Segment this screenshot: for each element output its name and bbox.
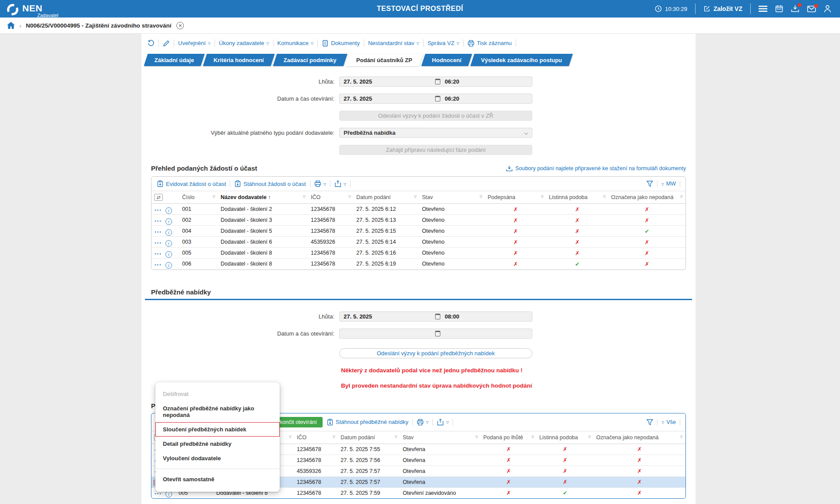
calendar-button[interactable] — [775, 5, 783, 13]
history-button[interactable] — [148, 40, 155, 47]
tab-vysledek-zadavaciho-postupu[interactable]: Výsledek zadávacího postupu — [470, 54, 573, 66]
opening-datetime-field[interactable]: 27. 5. 2025 06:20 — [339, 94, 532, 104]
column-filter-icon[interactable]: ▽ — [680, 195, 683, 199]
row-actions-icon[interactable]: ●●● — [154, 241, 162, 245]
column-header[interactable]: Číslo▽ — [179, 191, 218, 204]
column-header[interactable]: Podaná po lhůtě▽ — [481, 431, 537, 444]
row-actions-icon[interactable]: ●●● — [154, 252, 162, 256]
user-profile-button[interactable] — [824, 5, 831, 13]
column-header[interactable]: Podepsána▽ — [485, 191, 546, 204]
register-request-button[interactable]: Evidovat žádost o účast — [157, 180, 226, 187]
submission-type-select[interactable]: Předběžná nabídka — [339, 128, 532, 138]
messages-button[interactable] — [807, 6, 816, 12]
menu-dokumenty[interactable]: Dokumenty — [322, 40, 360, 47]
filter-button[interactable] — [647, 419, 653, 425]
column-filter-icon[interactable]: ▽ — [213, 195, 215, 199]
menu-nestandardni-stav[interactable]: Nestandardní stav▽ — [368, 40, 419, 46]
context-menu-item[interactable]: Vyloučení dodavatele — [155, 451, 280, 466]
row-actions-icon[interactable]: ●●● — [154, 230, 162, 234]
column-header[interactable]: Listinná podoba▽ — [546, 191, 608, 204]
column-filter-icon[interactable]: ▽ — [588, 435, 591, 439]
column-header[interactable]: Označena jako nepodaná▽ — [594, 431, 685, 444]
table-row[interactable]: ●●●i004Dodavatel - školení 51234567827. … — [151, 226, 685, 237]
column-header[interactable]: Datum podání▽ — [338, 431, 400, 444]
menu-uverejneni[interactable]: Uveřejnění▽ — [178, 40, 211, 46]
column-header[interactable]: IČO▽ — [294, 431, 338, 444]
column-filter-icon[interactable]: ▽ — [414, 195, 417, 199]
start-next-phase-button[interactable]: Zahájit přípravu následující fáze podání — [339, 145, 532, 155]
column-filter-icon[interactable]: ▽ — [531, 435, 534, 439]
home-icon[interactable] — [7, 22, 15, 29]
table-row[interactable]: ●●●i005Dodavatel - školení 81234567827. … — [151, 248, 685, 259]
create-vz-button[interactable]: Založit VZ — [703, 5, 742, 12]
send-invite-request-button[interactable]: Odeslání výzvy k podání žádosti o účast … — [339, 111, 532, 121]
column-header[interactable]: Listinná podoba▽ — [537, 431, 594, 444]
row-info-icon[interactable]: i — [165, 229, 172, 236]
column-filter-icon[interactable]: ▽ — [480, 195, 482, 199]
close-icon[interactable]: ✕ — [176, 22, 184, 29]
column-filter-icon[interactable]: ▽ — [680, 435, 683, 439]
menu-sprava-vz[interactable]: Správa VZ▽ — [428, 40, 460, 46]
column-filter-icon[interactable]: ▽ — [303, 195, 306, 199]
export-table-button[interactable]: ▽ — [334, 180, 346, 187]
column-header[interactable]: Stav▽ — [400, 431, 481, 444]
breadcrumb-item[interactable]: N006/25/V00004995 - Zajištění závodního … — [26, 22, 171, 29]
deadline-datetime-field[interactable]: 27. 5. 2025 06:20 — [339, 77, 532, 87]
view-select[interactable]: ▽ MW — [661, 181, 676, 187]
column-filter-icon[interactable]: ▽ — [333, 435, 335, 439]
column-filter-icon[interactable]: ▽ — [475, 435, 478, 439]
send-prelim-invite-button[interactable]: Odeslání výzvy k podání předběžných nabí… — [339, 348, 532, 358]
print-table-button[interactable]: ▽ — [314, 180, 326, 187]
main-menu-button[interactable] — [759, 5, 767, 12]
submission-files-link[interactable]: Soubory podání najdete připravené ke sta… — [506, 165, 686, 172]
column-filter-icon[interactable]: ▽ — [541, 195, 544, 199]
tab-kriteria-hodnoceni[interactable]: Kritéria hodnocení — [203, 54, 275, 66]
column-header[interactable]: IČO▽ — [308, 191, 354, 204]
column-header[interactable]: Stav▽ — [419, 191, 485, 204]
row-info-icon[interactable]: i — [165, 240, 172, 247]
menu-komunikace[interactable]: Komunikace▽ — [278, 40, 314, 46]
table-row[interactable]: ●●●i006Dodavatel - školení 81234567827. … — [151, 259, 685, 270]
filter-button[interactable] — [647, 181, 653, 187]
column-header[interactable]: Datum podání▽ — [354, 191, 419, 204]
row-actions-icon[interactable]: ●●● — [154, 219, 162, 223]
context-menu-item[interactable]: Označení předběžné nabídky jako nepodaná — [155, 401, 280, 422]
print-table-button[interactable]: ▽ — [417, 419, 429, 426]
menu-ukony-zadavatele[interactable]: Úkony zadavatele▽ — [219, 40, 269, 46]
context-menu-item[interactable]: Sloučení předběžných nabídek — [155, 422, 280, 437]
prelim-opening-field[interactable] — [339, 329, 532, 339]
nen-logo[interactable]: NEN Zadavatel — [6, 2, 58, 16]
row-info-icon[interactable]: i — [165, 251, 172, 258]
menu-tisk-zaznamu[interactable]: Tisk záznamu — [467, 40, 512, 47]
export-table-button[interactable]: ▽ — [437, 419, 449, 426]
tab-hodnoceni[interactable]: Hodnocení — [421, 54, 472, 66]
tab-podani-ucastniku-zp[interactable]: Podání účastníků ZP — [345, 54, 423, 66]
column-header[interactable]: Označena jako nepodaná▽ — [608, 191, 685, 204]
column-filter-icon[interactable]: ▽ — [603, 195, 606, 199]
row-actions-icon[interactable]: ●●● — [154, 262, 162, 267]
prelim-deadline-field[interactable]: 27. 5. 2025 08:00 — [339, 312, 532, 322]
row-info-icon[interactable]: i — [165, 218, 172, 225]
context-menu-item[interactable]: Otevřít samostatně — [155, 472, 280, 486]
column-header[interactable]: Název dodavatele ↑▽ — [218, 191, 308, 204]
view-select[interactable]: ▽ Vše — [661, 419, 676, 425]
context-menu-item[interactable]: Detail předběžné nabídky — [155, 437, 280, 451]
row-actions-icon[interactable]: ●●● — [154, 491, 162, 496]
table-row[interactable]: ●●●i002Dodavatel - školení 31234567827. … — [151, 215, 685, 226]
tab-zadavaci-podminky[interactable]: Zadávací podmínky — [273, 54, 348, 66]
download-requests-button[interactable]: Stáhnout žádosti o účast — [234, 180, 306, 187]
row-actions-icon[interactable]: ●●● — [154, 208, 162, 212]
row-info-icon[interactable]: i — [165, 207, 172, 214]
tab-zakladni-udaje[interactable]: Základní údaje — [144, 54, 204, 66]
column-settings-icon[interactable]: ⇄ — [154, 194, 163, 201]
download-offers-button[interactable]: Stáhnout předběžné nabídky — [327, 419, 408, 426]
edit-record-button[interactable] — [163, 40, 170, 47]
row-info-icon[interactable]: i — [165, 262, 172, 269]
column-filter-icon[interactable]: ▽ — [348, 195, 351, 199]
column-filter-icon[interactable]: ▽ — [395, 435, 397, 439]
downloads-button[interactable] — [791, 5, 799, 13]
row-info-icon[interactable]: i — [165, 491, 172, 497]
table-row[interactable]: ●●●i003Dodavatel - školení 64535932627. … — [151, 237, 685, 248]
table-row[interactable]: ●●●i001Dodavatel - školení 21234567827. … — [151, 204, 685, 215]
column-filter-icon[interactable]: ▽ — [289, 435, 292, 439]
